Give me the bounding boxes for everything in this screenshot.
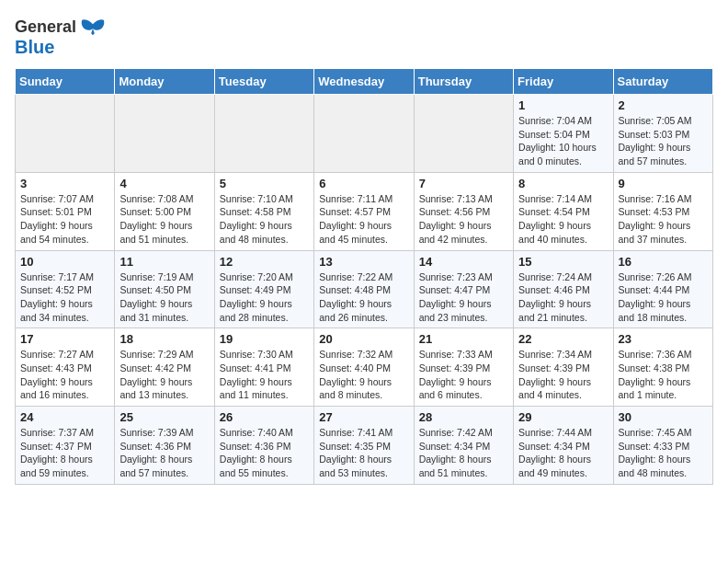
weekday-header: Monday — [115, 69, 214, 95]
calendar-day-cell: 15Sunrise: 7:24 AM Sunset: 4:46 PM Dayli… — [514, 250, 613, 328]
day-number: 22 — [518, 332, 608, 346]
day-info: Sunrise: 7:29 AM Sunset: 4:42 PM Dayligh… — [119, 348, 209, 402]
logo-text: General — [15, 18, 76, 37]
calendar-day-cell: 17Sunrise: 7:27 AM Sunset: 4:43 PM Dayli… — [16, 328, 115, 407]
day-number: 18 — [119, 332, 209, 346]
day-info: Sunrise: 7:32 AM Sunset: 4:40 PM Dayligh… — [319, 348, 408, 402]
calendar-day-cell — [214, 95, 313, 173]
calendar-day-cell: 14Sunrise: 7:23 AM Sunset: 4:47 PM Dayli… — [414, 250, 513, 328]
day-info: Sunrise: 7:33 AM Sunset: 4:39 PM Dayligh… — [419, 348, 508, 402]
calendar-day-cell: 2Sunrise: 7:05 AM Sunset: 5:03 PM Daylig… — [613, 95, 712, 173]
logo: General Blue — [15, 18, 106, 57]
day-number: 9 — [619, 177, 708, 190]
day-number: 2 — [619, 98, 708, 112]
calendar-week-row: 1Sunrise: 7:04 AM Sunset: 5:04 PM Daylig… — [16, 95, 713, 173]
calendar-day-cell: 26Sunrise: 7:40 AM Sunset: 4:36 PM Dayli… — [214, 407, 313, 485]
day-info: Sunrise: 7:45 AM Sunset: 4:33 PM Dayligh… — [619, 426, 708, 480]
calendar-week-row: 24Sunrise: 7:37 AM Sunset: 4:37 PM Dayli… — [16, 407, 713, 485]
calendar-day-cell: 24Sunrise: 7:37 AM Sunset: 4:37 PM Dayli… — [16, 407, 115, 485]
day-number: 26 — [220, 410, 309, 424]
day-info: Sunrise: 7:37 AM Sunset: 4:37 PM Dayligh… — [20, 426, 109, 480]
weekday-header: Saturday — [613, 69, 712, 95]
day-number: 1 — [518, 98, 608, 112]
calendar-day-cell: 25Sunrise: 7:39 AM Sunset: 4:36 PM Dayli… — [115, 407, 214, 485]
day-info: Sunrise: 7:14 AM Sunset: 4:54 PM Dayligh… — [518, 192, 608, 247]
day-info: Sunrise: 7:36 AM Sunset: 4:38 PM Dayligh… — [619, 348, 708, 402]
calendar-header-row: SundayMondayTuesdayWednesdayThursdayFrid… — [16, 69, 713, 95]
day-info: Sunrise: 7:16 AM Sunset: 4:53 PM Dayligh… — [619, 192, 708, 247]
calendar-day-cell: 9Sunrise: 7:16 AM Sunset: 4:53 PM Daylig… — [613, 172, 712, 250]
day-number: 30 — [619, 410, 708, 424]
header: General Blue — [15, 15, 713, 57]
day-info: Sunrise: 7:44 AM Sunset: 4:34 PM Dayligh… — [518, 426, 608, 480]
calendar-day-cell: 28Sunrise: 7:42 AM Sunset: 4:34 PM Dayli… — [414, 407, 513, 485]
day-info: Sunrise: 7:22 AM Sunset: 4:48 PM Dayligh… — [319, 270, 408, 325]
day-info: Sunrise: 7:27 AM Sunset: 4:43 PM Dayligh… — [20, 348, 109, 402]
calendar-day-cell: 3Sunrise: 7:07 AM Sunset: 5:01 PM Daylig… — [16, 172, 115, 250]
calendar-day-cell: 7Sunrise: 7:13 AM Sunset: 4:56 PM Daylig… — [414, 172, 513, 250]
calendar-day-cell: 1Sunrise: 7:04 AM Sunset: 5:04 PM Daylig… — [514, 95, 613, 173]
calendar-day-cell: 22Sunrise: 7:34 AM Sunset: 4:39 PM Dayli… — [514, 328, 613, 407]
day-info: Sunrise: 7:26 AM Sunset: 4:44 PM Dayligh… — [619, 270, 708, 325]
calendar-day-cell: 30Sunrise: 7:45 AM Sunset: 4:33 PM Dayli… — [613, 407, 712, 485]
day-number: 13 — [319, 255, 408, 269]
weekday-header: Thursday — [414, 69, 513, 95]
day-number: 14 — [419, 255, 508, 269]
day-info: Sunrise: 7:11 AM Sunset: 4:57 PM Dayligh… — [319, 192, 408, 247]
calendar-day-cell: 10Sunrise: 7:17 AM Sunset: 4:52 PM Dayli… — [16, 250, 115, 328]
day-number: 28 — [419, 410, 508, 424]
calendar-day-cell: 6Sunrise: 7:11 AM Sunset: 4:57 PM Daylig… — [314, 172, 414, 250]
calendar-day-cell: 18Sunrise: 7:29 AM Sunset: 4:42 PM Dayli… — [115, 328, 214, 407]
day-info: Sunrise: 7:24 AM Sunset: 4:46 PM Dayligh… — [518, 270, 608, 325]
weekday-header: Tuesday — [214, 69, 313, 95]
day-number: 16 — [619, 255, 708, 269]
day-number: 21 — [419, 332, 508, 346]
calendar-day-cell — [16, 95, 115, 173]
day-info: Sunrise: 7:13 AM Sunset: 4:56 PM Dayligh… — [419, 192, 508, 247]
day-info: Sunrise: 7:17 AM Sunset: 4:52 PM Dayligh… — [20, 270, 109, 325]
calendar-day-cell: 11Sunrise: 7:19 AM Sunset: 4:50 PM Dayli… — [115, 250, 214, 328]
calendar-day-cell: 12Sunrise: 7:20 AM Sunset: 4:49 PM Dayli… — [214, 250, 313, 328]
logo-bird-icon — [80, 18, 106, 37]
calendar-day-cell: 21Sunrise: 7:33 AM Sunset: 4:39 PM Dayli… — [414, 328, 513, 407]
day-info: Sunrise: 7:30 AM Sunset: 4:41 PM Dayligh… — [220, 348, 309, 402]
day-number: 23 — [619, 332, 708, 346]
calendar-week-row: 10Sunrise: 7:17 AM Sunset: 4:52 PM Dayli… — [16, 250, 713, 328]
day-number: 27 — [319, 410, 408, 424]
calendar-day-cell: 23Sunrise: 7:36 AM Sunset: 4:38 PM Dayli… — [613, 328, 712, 407]
day-number: 15 — [518, 255, 608, 269]
day-number: 8 — [518, 177, 608, 190]
calendar-day-cell: 19Sunrise: 7:30 AM Sunset: 4:41 PM Dayli… — [214, 328, 313, 407]
day-info: Sunrise: 7:39 AM Sunset: 4:36 PM Dayligh… — [119, 426, 209, 480]
day-number: 4 — [119, 177, 209, 190]
day-number: 11 — [119, 255, 209, 269]
day-info: Sunrise: 7:42 AM Sunset: 4:34 PM Dayligh… — [419, 426, 508, 480]
day-info: Sunrise: 7:23 AM Sunset: 4:47 PM Dayligh… — [419, 270, 508, 325]
day-number: 25 — [119, 410, 209, 424]
weekday-header: Wednesday — [314, 69, 414, 95]
day-number: 5 — [220, 177, 309, 190]
day-info: Sunrise: 7:08 AM Sunset: 5:00 PM Dayligh… — [119, 192, 209, 247]
calendar-table: SundayMondayTuesdayWednesdayThursdayFrid… — [15, 68, 713, 485]
calendar-day-cell: 16Sunrise: 7:26 AM Sunset: 4:44 PM Dayli… — [613, 250, 712, 328]
calendar-day-cell — [314, 95, 414, 173]
day-info: Sunrise: 7:07 AM Sunset: 5:01 PM Dayligh… — [20, 192, 109, 247]
day-number: 7 — [419, 177, 508, 190]
calendar-day-cell: 8Sunrise: 7:14 AM Sunset: 4:54 PM Daylig… — [514, 172, 613, 250]
day-number: 20 — [319, 332, 408, 346]
day-info: Sunrise: 7:10 AM Sunset: 4:58 PM Dayligh… — [220, 192, 309, 247]
logo-blue-text: Blue — [15, 37, 54, 57]
calendar-day-cell: 4Sunrise: 7:08 AM Sunset: 5:00 PM Daylig… — [115, 172, 214, 250]
calendar-week-row: 17Sunrise: 7:27 AM Sunset: 4:43 PM Dayli… — [16, 328, 713, 407]
calendar-day-cell — [115, 95, 214, 173]
day-number: 17 — [20, 332, 109, 346]
calendar-day-cell: 29Sunrise: 7:44 AM Sunset: 4:34 PM Dayli… — [514, 407, 613, 485]
calendar-day-cell: 27Sunrise: 7:41 AM Sunset: 4:35 PM Dayli… — [314, 407, 414, 485]
day-number: 10 — [20, 255, 109, 269]
day-info: Sunrise: 7:19 AM Sunset: 4:50 PM Dayligh… — [119, 270, 209, 325]
day-number: 19 — [220, 332, 309, 346]
day-info: Sunrise: 7:04 AM Sunset: 5:04 PM Dayligh… — [518, 114, 608, 168]
day-number: 29 — [518, 410, 608, 424]
weekday-header: Sunday — [16, 69, 115, 95]
day-number: 3 — [20, 177, 109, 190]
